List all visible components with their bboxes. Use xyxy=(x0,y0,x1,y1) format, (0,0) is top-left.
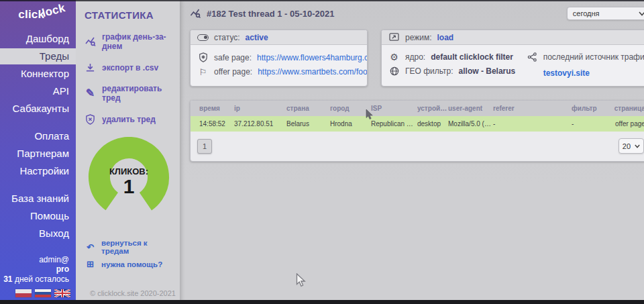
stats-links: ↶ вернуться к тредам ⊞ нужна помощь? xyxy=(85,239,176,273)
analytics-icon xyxy=(85,36,96,47)
safe-page-link[interactable]: https://www.flowers4hamburg.com/ xyxy=(257,53,368,62)
cell-filter: - xyxy=(572,120,609,128)
col-header-city: город xyxy=(330,105,371,112)
mode-left-column: ⚙ ядро: default clicklock filter ГЕО фил… xyxy=(388,48,527,81)
status-label: статус: xyxy=(214,33,240,42)
table-row[interactable]: 14:58:52 37.212.80.51 Belarus Hrodna Rep… xyxy=(191,116,644,132)
period-select-value: сегодня xyxy=(573,9,600,17)
sidebar-item-logout[interactable]: Выход xyxy=(0,225,76,242)
col-header-referer: referer xyxy=(493,105,572,112)
action-label: график день-за-днем xyxy=(102,32,176,51)
status-value: active xyxy=(246,33,268,42)
col-header-isp: ISP xyxy=(371,105,417,112)
sidebar-item-api[interactable]: API xyxy=(0,83,76,99)
offer-page-label: offer page: xyxy=(214,67,252,77)
globe-icon xyxy=(388,66,400,76)
screen-top-band xyxy=(0,0,644,1)
status-panel-header: статус: active xyxy=(191,30,367,45)
mode-panel-header: режим: load xyxy=(382,30,644,45)
sidebar-item-help[interactable]: Помощь xyxy=(0,208,76,224)
cell-isp: Republican Unita... xyxy=(371,120,417,128)
page-1-button[interactable]: 1 xyxy=(197,139,212,154)
russia-flag[interactable] xyxy=(35,289,51,297)
edit-thread-action[interactable]: ✎ редактировать тред xyxy=(85,84,176,103)
account-info: admin@ pro 31 дней осталось xyxy=(0,255,76,284)
core-row: ⚙ ядро: default clicklock filter xyxy=(388,52,527,62)
main-content: #182 Test thread 1 - 05-10-2021 сегодня … xyxy=(180,0,644,304)
back-to-threads-link[interactable]: ↶ вернуться к тредам xyxy=(85,239,176,255)
offer-page-link[interactable]: https://www.smartbets.com/football/tea..… xyxy=(258,67,368,77)
mode-value: load xyxy=(437,33,454,42)
sidebar-item-partners[interactable]: Партнерам xyxy=(0,146,76,162)
sidebar-item-knowledge-base[interactable]: База знаний xyxy=(0,191,76,207)
info-panels: статус: active safe page: https://www.fl… xyxy=(190,30,644,87)
clicklock-logo[interactable]: clicklock xyxy=(0,0,76,21)
daily-chart-action[interactable]: график день-за-днем xyxy=(85,32,176,51)
col-header-time: время xyxy=(199,105,234,112)
period-select[interactable]: сегодня xyxy=(567,7,644,20)
link-label: нужна помощь? xyxy=(101,260,162,268)
days-number: 31 xyxy=(3,274,12,284)
traffic-source-label: последний источник трафика: xyxy=(543,52,644,62)
page-title: #182 Test thread 1 - 05-10-2021 xyxy=(190,8,335,19)
analytics-icon xyxy=(190,8,201,19)
days-text: дней осталось xyxy=(13,274,69,284)
uk-flag[interactable] xyxy=(54,289,70,297)
nav-spacer xyxy=(0,118,76,128)
sidebar-item-connector[interactable]: Коннектор xyxy=(0,66,76,82)
gear-icon: ⚙ xyxy=(388,52,400,62)
thread-title-text: #182 Test thread 1 - 05-10-2021 xyxy=(207,9,335,19)
square-plus-icon: ⊞ xyxy=(85,260,96,268)
traffic-source-row: последний источник трафика: xyxy=(527,52,644,62)
offer-page-row: ⚐ offer page: https://www.smartbets.com/… xyxy=(197,67,360,77)
sidebar-item-subaccounts[interactable]: Сабакаунты xyxy=(0,101,76,117)
cell-referer: - xyxy=(493,120,572,128)
gauge-text: КЛИКОВ: 1 xyxy=(86,166,172,197)
page-size-select[interactable]: 20 xyxy=(619,138,644,154)
action-label: редактировать тред xyxy=(102,84,176,103)
action-label: удалить тред xyxy=(102,115,156,124)
stats-sidebar: СТАТИСТИКА график день-за-днем экспорт в… xyxy=(76,0,180,304)
cell-time: 14:58:52 xyxy=(199,120,234,128)
cell-user-agent: Mozilla/5.0 (Win... xyxy=(448,120,493,128)
delete-thread-action[interactable]: удалить тред xyxy=(85,114,176,125)
mode-right-column: последний источник трафика: testovyi.sit… xyxy=(527,48,644,81)
sidebar-item-dashboard[interactable]: Дашборд xyxy=(0,31,76,47)
cell-ip: 37.212.80.51 xyxy=(234,120,286,128)
shield-x-icon xyxy=(85,114,96,125)
traffic-source-link[interactable]: testovyi.site xyxy=(543,68,590,78)
toggle-icon xyxy=(197,34,209,41)
pagination-bar: 1 20 xyxy=(191,132,644,161)
cell-device: desktop xyxy=(417,120,448,128)
need-help-link[interactable]: ⊞ нужна помощь? xyxy=(85,260,176,268)
primary-sidebar: clicklock Дашборд Треды Коннектор API Са… xyxy=(0,0,76,304)
mode-label: режим: xyxy=(405,33,432,42)
chevron-down-icon xyxy=(639,11,644,16)
share-icon xyxy=(527,52,538,62)
sidebar-item-threads[interactable]: Треды xyxy=(0,48,76,64)
poland-flag[interactable] xyxy=(15,289,32,297)
geo-filter-label: ГЕО фильтр: xyxy=(405,66,453,76)
nav-spacer xyxy=(0,181,76,191)
pencil-icon: ✎ xyxy=(85,88,96,99)
logo-text-2: lock xyxy=(41,1,67,20)
clicks-gauge: КЛИКОВ: 1 xyxy=(86,137,172,221)
table-header-row: время ip страна город ISP устройство use… xyxy=(191,101,644,116)
col-header-device: устройство xyxy=(417,105,448,112)
screen-bottom-band xyxy=(0,300,644,304)
sidebar-item-settings[interactable]: Настройки xyxy=(0,163,76,179)
core-value: default clicklock filter xyxy=(431,52,513,62)
status-panel: статус: active safe page: https://www.fl… xyxy=(190,30,368,87)
col-header-page: страница xyxy=(609,105,644,112)
export-csv-action[interactable]: экспорт в .csv xyxy=(85,62,176,72)
cell-country: Belarus xyxy=(286,120,330,128)
geo-filter-row: ГЕО фильтр: allow - Belarus xyxy=(388,66,527,76)
core-label: ядро: xyxy=(405,52,425,62)
sidebar-item-payment[interactable]: Оплата xyxy=(0,128,76,144)
traffic-source-value: testovyi.site xyxy=(543,68,644,78)
presentation-icon xyxy=(388,33,400,42)
col-header-ip: ip xyxy=(234,105,286,112)
primary-nav: Дашборд Треды Коннектор API Сабакаунты О… xyxy=(0,31,76,243)
gauge-value: 1 xyxy=(86,176,172,197)
chevron-down-icon xyxy=(635,144,640,148)
